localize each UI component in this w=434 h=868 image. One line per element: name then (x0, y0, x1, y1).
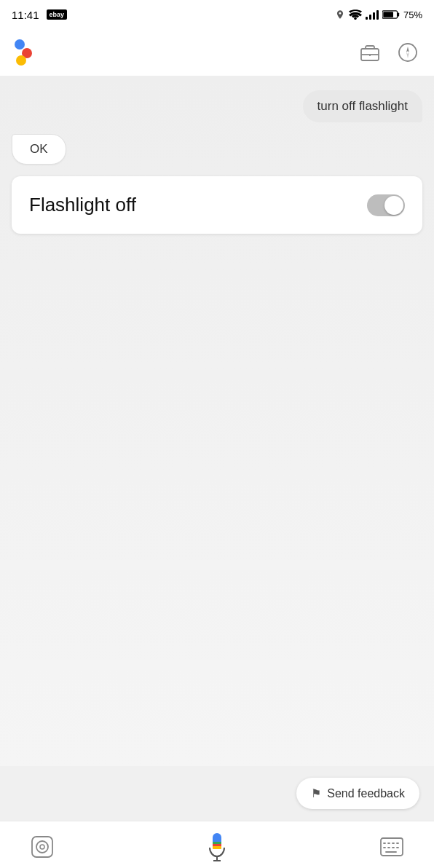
svg-rect-1 (398, 12, 399, 16)
svg-point-10 (36, 841, 48, 853)
top-icons (358, 41, 419, 64)
battery-icon (382, 9, 400, 20)
battery-percent: 75% (403, 9, 422, 20)
user-message-wrapper: turn off flashlight (12, 90, 422, 122)
assistant-ok-bubble: OK (12, 134, 66, 165)
svg-marker-7 (406, 47, 409, 52)
flashlight-title: Flashlight off (29, 194, 136, 216)
svg-marker-8 (406, 52, 409, 58)
svg-rect-17 (213, 842, 221, 844)
feedback-icon: ⚑ (311, 786, 321, 800)
mic-button[interactable] (207, 832, 227, 862)
camera-lens-icon[interactable] (29, 834, 55, 860)
svg-point-6 (399, 44, 417, 61)
status-time: 11:41 (12, 9, 39, 21)
ebay-badge: ebay (47, 9, 68, 20)
dot-blue (15, 39, 25, 50)
user-bubble: turn off flashlight (303, 90, 422, 122)
status-bar: 11:41 ebay 75% (0, 0, 434, 29)
assistant-ok-text: OK (30, 142, 48, 156)
google-assistant-logo (15, 35, 50, 70)
dot-yellow (16, 55, 26, 66)
svg-rect-9 (32, 837, 52, 857)
send-feedback-button[interactable]: ⚑ Send feedback (296, 778, 419, 809)
snapshot-icon[interactable] (358, 41, 382, 64)
flashlight-card: Flashlight off (12, 176, 422, 234)
signal-bars (366, 9, 379, 20)
svg-rect-2 (383, 12, 393, 17)
top-bar (0, 29, 434, 76)
main-content: turn off flashlight OK Flashlight off (0, 76, 434, 766)
flashlight-toggle[interactable] (367, 194, 405, 216)
send-feedback-label: Send feedback (327, 787, 405, 800)
svg-rect-16 (213, 846, 221, 849)
assistant-ok-wrapper: OK (12, 134, 422, 165)
toggle-knob (384, 196, 403, 215)
bottom-controls (0, 821, 434, 868)
user-message-text: turn off flashlight (317, 99, 408, 113)
compass-icon[interactable] (396, 41, 419, 64)
location-icon (335, 9, 345, 20)
wifi-icon (349, 9, 362, 20)
svg-rect-18 (381, 838, 403, 856)
svg-point-11 (40, 845, 44, 849)
keyboard-icon[interactable] (379, 834, 405, 860)
status-icons: 75% (335, 9, 422, 20)
send-feedback-row: ⚑ Send feedback (0, 766, 434, 821)
